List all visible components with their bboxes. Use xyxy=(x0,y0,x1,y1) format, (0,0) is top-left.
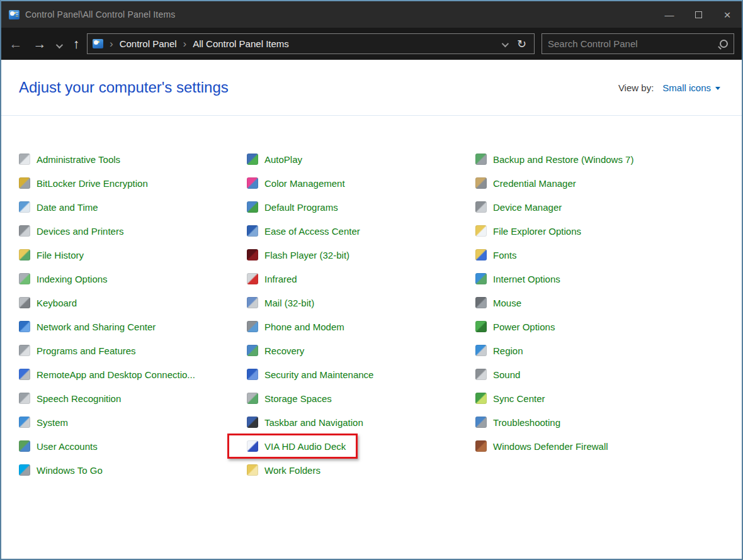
control-panel-item[interactable]: Phone and Modem xyxy=(247,315,475,339)
storage-spaces-icon xyxy=(247,393,258,404)
control-panel-item[interactable]: Network and Sharing Center xyxy=(19,315,247,339)
phone-and-modem-icon xyxy=(247,321,258,332)
flash-player-icon xyxy=(247,249,258,260)
breadcrumb-control-panel[interactable]: Control Panel xyxy=(120,38,177,49)
control-panel-item[interactable]: Default Programs xyxy=(247,195,475,219)
control-panel-item-label: Windows Defender Firewall xyxy=(493,441,608,452)
forward-icon: → xyxy=(33,36,47,51)
address-dropdown-button[interactable] xyxy=(496,38,513,50)
region-icon xyxy=(475,345,487,356)
forward-button[interactable]: → xyxy=(28,37,52,50)
up-button[interactable]: ↑ xyxy=(65,37,87,50)
back-button[interactable]: ← xyxy=(4,37,28,50)
control-panel-item[interactable]: Programs and Features xyxy=(19,339,247,362)
control-panel-item[interactable]: Mail (32-bit) xyxy=(247,291,475,315)
control-panel-item[interactable]: Windows Defender Firewall xyxy=(475,434,727,458)
address-bar[interactable]: › Control Panel › All Control Panel Item… xyxy=(87,33,535,54)
programs-and-features-icon xyxy=(19,345,30,356)
credential-manager-icon xyxy=(475,177,487,189)
control-panel-item[interactable]: Credential Manager xyxy=(475,171,727,195)
control-panel-item-label: Ease of Access Center xyxy=(264,226,360,237)
control-panel-item[interactable]: Ease of Access Center xyxy=(247,219,475,243)
page-title: Adjust your computer's settings xyxy=(19,79,229,96)
window-title: Control Panel\All Control Panel Items xyxy=(25,9,176,20)
items-column-2: AutoPlayColor ManagementDefault Programs… xyxy=(247,147,475,482)
control-panel-item-label: Administrative Tools xyxy=(37,154,120,165)
control-panel-item[interactable]: Color Management xyxy=(247,171,475,195)
control-panel-item[interactable]: Windows To Go xyxy=(19,458,247,482)
control-panel-item[interactable]: File History xyxy=(19,243,247,267)
search-input[interactable] xyxy=(548,38,718,49)
recent-locations-button[interactable] xyxy=(52,37,65,50)
navigation-toolbar: ← → ↑ › Control Panel › All Control Pane… xyxy=(1,28,742,60)
fonts-icon xyxy=(475,249,487,260)
autoplay-icon xyxy=(247,154,258,165)
backup-and-restore-icon xyxy=(475,154,487,165)
control-panel-item[interactable]: Infrared xyxy=(247,267,475,291)
default-programs-icon xyxy=(247,201,258,213)
minimize-button[interactable]: — xyxy=(655,1,684,28)
control-panel-item-label: Phone and Modem xyxy=(264,322,344,332)
minimize-icon: — xyxy=(665,9,674,20)
control-panel-item-highlighted[interactable]: VIA HD Audio Deck xyxy=(227,434,358,459)
close-button[interactable]: × xyxy=(713,1,742,28)
maximize-button[interactable] xyxy=(684,1,713,28)
control-panel-item[interactable]: AutoPlay xyxy=(247,147,475,171)
control-panel-item[interactable]: Backup and Restore (Windows 7) xyxy=(475,147,727,171)
control-panel-item[interactable]: Fonts xyxy=(475,243,727,267)
administrative-tools-icon xyxy=(19,154,30,165)
control-panel-item-label: Sound xyxy=(493,369,520,380)
color-management-icon xyxy=(247,177,258,189)
maximize-icon xyxy=(695,11,702,18)
control-panel-item[interactable]: Devices and Printers xyxy=(19,219,247,243)
recovery-icon xyxy=(247,345,258,356)
control-panel-icon xyxy=(93,39,103,48)
mouse-icon xyxy=(475,297,487,308)
control-panel-item[interactable]: Power Options xyxy=(475,315,727,339)
control-panel-item[interactable]: Storage Spaces xyxy=(247,386,475,410)
control-panel-item[interactable]: Sync Center xyxy=(475,386,727,410)
control-panel-item-label: Region xyxy=(493,345,523,356)
control-panel-item[interactable]: Speech Recognition xyxy=(19,386,247,410)
bitlocker-drive-encryption-icon xyxy=(19,177,30,189)
control-panel-item[interactable]: File Explorer Options xyxy=(475,219,727,243)
devices-and-printers-icon xyxy=(19,225,30,237)
control-panel-item[interactable]: Keyboard xyxy=(19,291,247,315)
control-panel-item-label: Sync Center xyxy=(493,393,545,404)
control-panel-item[interactable]: Device Manager xyxy=(475,195,727,219)
control-panel-items-grid: Administrative ToolsBitLocker Drive Encr… xyxy=(1,116,742,482)
control-panel-item-label: System xyxy=(37,417,68,428)
view-by-dropdown[interactable]: Small icons xyxy=(662,82,720,93)
breadcrumb-all-control-panel-items[interactable]: All Control Panel Items xyxy=(193,38,289,49)
sound-icon xyxy=(475,369,487,380)
up-icon: ↑ xyxy=(73,36,80,51)
control-panel-item-label: Indexing Options xyxy=(37,274,108,284)
control-panel-item-label: File Explorer Options xyxy=(493,226,581,237)
speech-recognition-icon xyxy=(19,393,30,404)
control-panel-item[interactable]: Sound xyxy=(475,362,727,386)
mail-icon xyxy=(247,297,258,308)
control-panel-item[interactable]: Recovery xyxy=(247,339,475,362)
control-panel-item[interactable]: Troubleshooting xyxy=(475,410,727,434)
control-panel-item[interactable]: Indexing Options xyxy=(19,267,247,291)
control-panel-item[interactable]: Date and Time xyxy=(19,195,247,219)
control-panel-item[interactable]: Work Folders xyxy=(247,458,475,482)
control-panel-item[interactable]: Administrative Tools xyxy=(19,147,247,171)
control-panel-item[interactable]: BitLocker Drive Encryption xyxy=(19,171,247,195)
title-bar: Control Panel\All Control Panel Items — … xyxy=(1,1,742,28)
control-panel-item[interactable]: Flash Player (32-bit) xyxy=(247,243,475,267)
control-panel-item-label: File History xyxy=(37,250,84,260)
control-panel-item[interactable]: System xyxy=(19,410,247,434)
control-panel-item[interactable]: Security and Maintenance xyxy=(247,362,475,386)
search-icon[interactable] xyxy=(718,39,728,49)
security-and-maintenance-icon xyxy=(247,369,258,380)
control-panel-item-label: Fonts xyxy=(493,250,517,260)
control-panel-item[interactable]: RemoteApp and Desktop Connectio... xyxy=(19,362,247,386)
refresh-button[interactable]: ↻ xyxy=(513,37,530,51)
control-panel-item[interactable]: Region xyxy=(475,339,727,362)
control-panel-item[interactable]: User Accounts xyxy=(19,434,247,458)
control-panel-item[interactable]: Internet Options xyxy=(475,267,727,291)
control-panel-item[interactable]: Mouse xyxy=(475,291,727,315)
control-panel-item-label: Mouse xyxy=(493,298,521,308)
control-panel-item[interactable]: Taskbar and Navigation xyxy=(247,410,475,434)
